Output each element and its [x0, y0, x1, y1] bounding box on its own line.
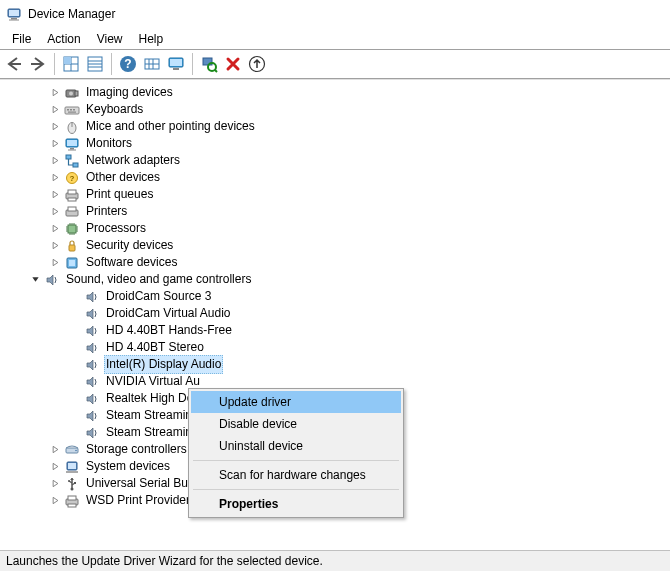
sound-icon: [84, 391, 100, 407]
sound-icon: [84, 374, 100, 390]
toolbar-separator: [111, 53, 112, 75]
menu-view[interactable]: View: [89, 30, 131, 48]
context-menu-item[interactable]: Disable device: [191, 413, 401, 435]
expand-icon[interactable]: [48, 443, 62, 457]
printer-icon: [64, 204, 80, 220]
tree-item-label: Security devices: [84, 237, 175, 254]
device-category[interactable]: Imaging devices: [0, 84, 670, 101]
tree-item-label: Software devices: [84, 254, 179, 271]
network-icon: [64, 153, 80, 169]
device-category[interactable]: Software devices: [0, 254, 670, 271]
tree-item-label: Print queues: [84, 186, 155, 203]
expand-icon[interactable]: [48, 171, 62, 185]
expand-icon[interactable]: [48, 120, 62, 134]
expand-icon[interactable]: [48, 205, 62, 219]
app-icon: [6, 6, 22, 22]
menu-help[interactable]: Help: [131, 30, 172, 48]
tree-item-label: Processors: [84, 220, 148, 237]
device-node[interactable]: HD 4.40BT Stereo: [0, 339, 670, 356]
keyboard-icon: [64, 102, 80, 118]
tree-item-label: System devices: [84, 458, 172, 475]
sound-icon: [84, 425, 100, 441]
sound-icon: [84, 289, 100, 305]
system-icon: [64, 459, 80, 475]
device-category[interactable]: Network adapters: [0, 152, 670, 169]
tree-item-label: Steam Streaming: [104, 424, 201, 441]
expand-icon[interactable]: [48, 460, 62, 474]
expand-icon[interactable]: [48, 137, 62, 151]
menu-action[interactable]: Action: [39, 30, 88, 48]
expand-icon[interactable]: [48, 103, 62, 117]
toolbar-uninstall-button[interactable]: [246, 53, 268, 75]
expand-icon[interactable]: [48, 477, 62, 491]
tree-item-label: HD 4.40BT Hands-Free: [104, 322, 234, 339]
tree-item-label: Network adapters: [84, 152, 182, 169]
monitor-icon: [64, 136, 80, 152]
toolbar-update-driver-button[interactable]: [165, 53, 187, 75]
tree-item-label: Steam Streaming: [104, 407, 201, 424]
toolbar-help-button[interactable]: [117, 53, 139, 75]
toolbar-forward-button[interactable]: [27, 53, 49, 75]
titlebar: Device Manager: [0, 0, 670, 29]
tree-item-label: WSD Print Provider: [84, 492, 192, 509]
window-title: Device Manager: [28, 7, 115, 21]
expand-icon[interactable]: [48, 154, 62, 168]
tree-item-label: Keyboards: [84, 101, 145, 118]
sound-icon: [84, 340, 100, 356]
tree-item-label: HD 4.40BT Stereo: [104, 339, 206, 356]
sound-icon: [84, 357, 100, 373]
device-category[interactable]: Other devices: [0, 169, 670, 186]
device-category[interactable]: Sound, video and game controllers: [0, 271, 670, 288]
toolbar-disable-button[interactable]: [222, 53, 244, 75]
device-node[interactable]: Intel(R) Display Audio: [0, 356, 670, 373]
toolbar-view-button[interactable]: [141, 53, 163, 75]
menubar: File Action View Help: [0, 29, 670, 49]
toolbar-back-button[interactable]: [3, 53, 25, 75]
menu-file[interactable]: File: [4, 30, 39, 48]
tree-item-label: Realtek High Defi: [104, 390, 201, 407]
expand-icon[interactable]: [48, 239, 62, 253]
device-node[interactable]: DroidCam Virtual Audio: [0, 305, 670, 322]
device-category[interactable]: Monitors: [0, 135, 670, 152]
toolbar-scan-hardware-button[interactable]: [198, 53, 220, 75]
context-menu-separator: [193, 460, 399, 461]
tree-item-label: Printers: [84, 203, 129, 220]
expand-icon[interactable]: [48, 256, 62, 270]
device-category[interactable]: Keyboards: [0, 101, 670, 118]
context-menu-item[interactable]: Scan for hardware changes: [191, 464, 401, 486]
toolbar-separator: [54, 53, 55, 75]
device-category[interactable]: Security devices: [0, 237, 670, 254]
toolbar-properties-button[interactable]: [84, 53, 106, 75]
device-tree-pane: Imaging devicesKeyboardsMice and other p…: [0, 79, 670, 555]
toolbar-show-hide-tree-button[interactable]: [60, 53, 82, 75]
context-menu-item[interactable]: Update driver: [191, 391, 401, 413]
expand-icon[interactable]: [48, 86, 62, 100]
context-menu-item[interactable]: Properties: [191, 493, 401, 515]
tree-item-label: Intel(R) Display Audio: [104, 355, 223, 374]
tree-item-label: Mice and other pointing devices: [84, 118, 257, 135]
tree-item-label: Monitors: [84, 135, 134, 152]
context-menu-item[interactable]: Uninstall device: [191, 435, 401, 457]
security-icon: [64, 238, 80, 254]
device-category[interactable]: Processors: [0, 220, 670, 237]
printq-icon: [64, 187, 80, 203]
other-icon: [64, 170, 80, 186]
toolbar: [0, 49, 670, 79]
expand-icon[interactable]: [48, 188, 62, 202]
device-node[interactable]: DroidCam Source 3: [0, 288, 670, 305]
expand-icon[interactable]: [48, 222, 62, 236]
device-category[interactable]: Mice and other pointing devices: [0, 118, 670, 135]
tree-item-label: DroidCam Source 3: [104, 288, 213, 305]
camera-icon: [64, 85, 80, 101]
context-menu-separator: [193, 489, 399, 490]
device-category[interactable]: Print queues: [0, 186, 670, 203]
collapse-icon[interactable]: [28, 273, 42, 287]
tree-item-label: Imaging devices: [84, 84, 175, 101]
device-category[interactable]: Printers: [0, 203, 670, 220]
device-node[interactable]: HD 4.40BT Hands-Free: [0, 322, 670, 339]
sound-icon: [84, 408, 100, 424]
expand-icon[interactable]: [48, 494, 62, 508]
statusbar-text: Launches the Update Driver Wizard for th…: [6, 554, 323, 568]
tree-item-label: DroidCam Virtual Audio: [104, 305, 233, 322]
tree-item-label: Sound, video and game controllers: [64, 271, 253, 288]
